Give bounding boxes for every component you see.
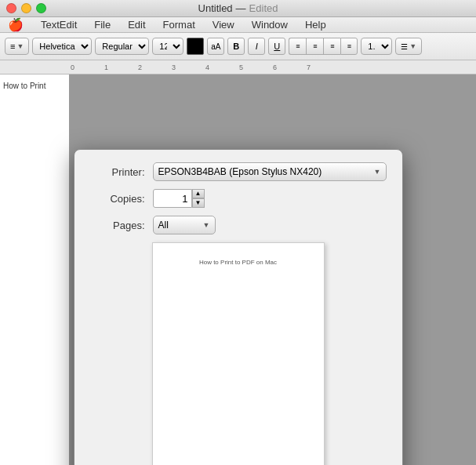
dialog-body: Printer: EPSON3B4BAB (Epson Stylus NX420… xyxy=(74,150,402,465)
font-family-select[interactable]: Helvetica xyxy=(32,38,92,55)
content-area: How to Print Printer: EPSON3B4BAB (Epson… xyxy=(0,74,476,465)
document-content: How to Print xyxy=(3,81,45,91)
text-view-toggle[interactable]: ≡ ▼ xyxy=(5,38,29,55)
minimize-button[interactable] xyxy=(21,3,31,13)
align-center-button[interactable]: ≡ xyxy=(306,38,323,55)
printer-row: Printer: EPSON3B4BAB (Epson Stylus NX420… xyxy=(90,162,387,181)
pages-dropdown-arrow: ▼ xyxy=(203,221,210,229)
pages-value: All xyxy=(158,220,169,231)
copies-stepper: ▲ ▼ xyxy=(192,189,205,208)
preview-content: How to Print to PDF on Mac xyxy=(199,259,277,266)
pages-label: Pages: xyxy=(90,220,145,231)
align-left-button[interactable]: ≡ xyxy=(289,38,306,55)
printer-value: EPSON3B4BAB (Epson Stylus NX420) xyxy=(158,166,322,177)
align-right-button[interactable]: ≡ xyxy=(323,38,340,55)
print-preview-container: How to Print to PDF on Mac xyxy=(90,242,387,465)
close-button[interactable] xyxy=(6,3,16,13)
menu-view[interactable]: View xyxy=(209,19,238,31)
title-separator: — xyxy=(236,2,246,14)
document-status: Edited xyxy=(249,2,278,14)
view-icon: ≡ xyxy=(10,42,15,51)
window-title: Untitled — Edited xyxy=(198,2,278,14)
menu-help[interactable]: Help xyxy=(302,19,329,31)
traffic-lights xyxy=(6,3,46,13)
print-dialog-overlay: Printer: EPSON3B4BAB (Epson Stylus NX420… xyxy=(0,149,476,465)
printer-dropdown-arrow: ▼ xyxy=(374,168,381,176)
bold-button[interactable]: B xyxy=(227,38,245,55)
underline-button[interactable]: U xyxy=(268,38,285,55)
menu-window[interactable]: Window xyxy=(249,19,291,31)
menu-format[interactable]: Format xyxy=(160,19,198,31)
printer-label: Printer: xyxy=(90,166,145,178)
pages-select[interactable]: All ▼ xyxy=(153,216,216,234)
copies-decrement[interactable]: ▼ xyxy=(192,198,205,208)
align-justify-button[interactable]: ≡ xyxy=(340,38,358,55)
menu-edit[interactable]: Edit xyxy=(125,19,148,31)
ruler: 0 1 2 3 4 5 6 7 xyxy=(0,60,476,74)
print-dialog: Printer: EPSON3B4BAB (Epson Stylus NX420… xyxy=(74,149,403,465)
ruler-marks: 0 1 2 3 4 5 6 7 xyxy=(0,64,476,71)
pages-row: Pages: All ▼ xyxy=(90,216,387,234)
italic-button[interactable]: I xyxy=(248,38,265,55)
document-name: Untitled xyxy=(198,2,233,14)
font-size-select[interactable]: 12 xyxy=(152,38,183,55)
letter-spacing-btn[interactable]: aA xyxy=(207,38,224,55)
text-color-picker[interactable] xyxy=(187,38,204,55)
copies-input[interactable]: 1 xyxy=(153,189,192,208)
menu-file[interactable]: File xyxy=(91,19,114,31)
maximize-button[interactable] xyxy=(36,3,46,13)
list-style-btn[interactable]: ☰ ▼ xyxy=(395,38,422,55)
title-bar: Untitled — Edited xyxy=(0,0,476,17)
align-group: ≡ ≡ ≡ ≡ xyxy=(289,38,358,55)
copies-row: Copies: 1 ▲ ▼ xyxy=(90,189,387,208)
line-spacing-select[interactable]: 1.0 xyxy=(361,38,392,55)
app-window: Untitled — Edited 🍎 TextEdit File Edit F… xyxy=(0,0,476,465)
apple-menu[interactable]: 🍎 xyxy=(5,17,27,32)
font-style-select[interactable]: Regular xyxy=(95,38,149,55)
menu-bar: 🍎 TextEdit File Edit Format View Window … xyxy=(0,17,476,33)
print-preview-page: How to Print to PDF on Mac xyxy=(152,242,325,465)
printer-select[interactable]: EPSON3B4BAB (Epson Stylus NX420) ▼ xyxy=(153,162,387,181)
toolbar: ≡ ▼ Helvetica Regular 12 aA B I U ≡ ≡ ≡ … xyxy=(0,33,476,60)
copies-label: Copies: xyxy=(90,193,145,205)
menu-textedit[interactable]: TextEdit xyxy=(38,19,80,31)
copies-increment[interactable]: ▲ xyxy=(192,189,205,198)
